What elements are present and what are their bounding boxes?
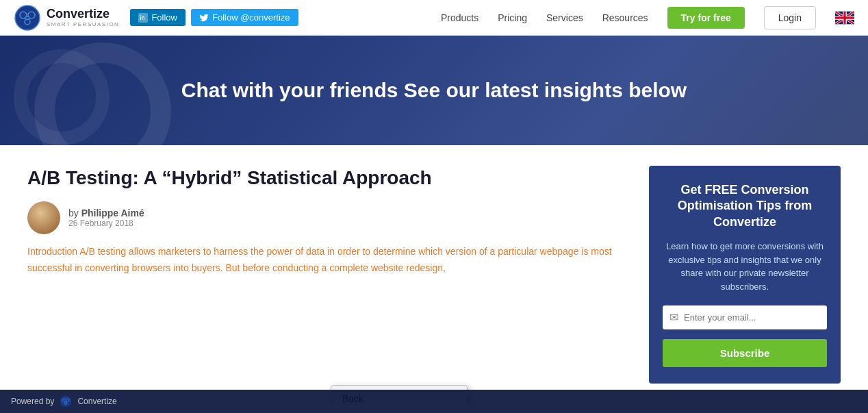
sidebar-box: Get FREE Conversion Optimisation Tips fr…: [649, 166, 841, 384]
language-flag[interactable]: [835, 11, 854, 25]
linkedin-follow-button[interactable]: in Follow: [130, 9, 186, 26]
envelope-icon: ✉: [669, 311, 678, 324]
powered-by-text: Powered by: [11, 397, 54, 404]
author-avatar: [27, 201, 60, 234]
logo-icon: [14, 4, 41, 32]
hero-banner: Chat with your friends See our latest in…: [0, 36, 868, 145]
avatar-image: [27, 201, 60, 234]
author-row: by Philippe Aimé 26 February 2018: [27, 201, 622, 234]
login-button[interactable]: Login: [764, 6, 816, 29]
twitter-follow-button[interactable]: Follow @convertize: [191, 9, 298, 26]
nav-products[interactable]: Products: [441, 12, 478, 23]
article-content: A/B Testing: A “Hybrid” Statistical Appr…: [27, 166, 622, 384]
convertize-logo-small: [60, 395, 72, 404]
sidebar-title: Get FREE Conversion Optimisation Tips fr…: [663, 182, 827, 230]
logo-name: Convertize: [47, 8, 119, 21]
social-buttons: in Follow Follow @convertize: [130, 9, 298, 26]
author-by: by Philippe Aimé: [68, 208, 144, 218]
subscribe-button[interactable]: Subscribe: [663, 339, 827, 367]
header: Convertize SMART PERSUASION in Follow Fo…: [0, 0, 868, 36]
author-name: Philippe Aimé: [81, 208, 144, 218]
logo-sub: SMART PERSUASION: [47, 21, 119, 27]
author-info: by Philippe Aimé 26 February 2018: [68, 208, 144, 228]
linkedin-icon: in: [138, 13, 148, 23]
footer-bar: Powered by Convertize: [0, 390, 868, 404]
twitter-icon: [199, 13, 209, 23]
try-free-button[interactable]: Try for free: [667, 7, 745, 29]
logo-text: Convertize SMART PERSUASION: [47, 8, 119, 27]
sidebar-description: Learn how to get more conversions with e…: [663, 240, 827, 293]
email-field[interactable]: [684, 312, 820, 323]
nav-pricing[interactable]: Pricing: [498, 12, 527, 23]
main-nav: Products Pricing Services Resources Try …: [441, 6, 854, 29]
article-title: A/B Testing: A “Hybrid” Statistical Appr…: [27, 166, 622, 190]
hero-title: Chat with your friends See our latest in…: [181, 79, 687, 102]
convertize-brand-text: Convertize: [77, 397, 116, 404]
article-excerpt: Introduction A/B testing allows marketer…: [27, 244, 622, 277]
svg-text:in: in: [140, 14, 145, 21]
email-input-row: ✉: [663, 305, 827, 329]
logo-area: Convertize SMART PERSUASION: [14, 4, 119, 32]
svg-point-10: [60, 396, 71, 404]
svg-point-0: [15, 5, 40, 30]
sidebar: Get FREE Conversion Optimisation Tips fr…: [649, 166, 841, 384]
author-date: 26 February 2018: [68, 218, 144, 228]
main-content: A/B Testing: A “Hybrid” Statistical Appr…: [0, 145, 868, 404]
uk-flag-icon: [835, 11, 854, 25]
nav-resources[interactable]: Resources: [602, 12, 648, 23]
nav-services[interactable]: Services: [546, 12, 583, 23]
